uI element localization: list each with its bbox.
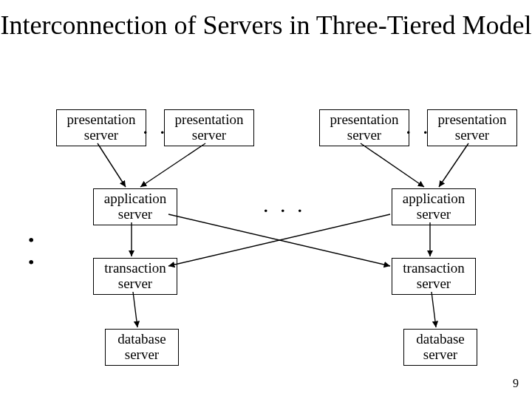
ellipsis-middle: . . .: [263, 194, 306, 216]
box-transaction-left: transaction server: [93, 258, 177, 295]
page-number: 9: [513, 377, 519, 390]
svg-line-6: [168, 214, 390, 266]
svg-line-9: [432, 292, 436, 327]
box-application-right: application server: [392, 188, 476, 225]
box-database-right: database server: [403, 329, 477, 366]
box-transaction-right: transaction server: [392, 258, 476, 295]
svg-line-7: [168, 214, 390, 266]
bullet-markers: ••: [28, 229, 34, 273]
slide: Interconnection of Servers in Three-Tier…: [0, 0, 532, 399]
box-presentation-1: presentation server: [56, 109, 146, 146]
box-presentation-4: presentation server: [427, 109, 517, 146]
box-presentation-3: presentation server: [319, 109, 409, 146]
box-database-left: database server: [105, 329, 179, 366]
slide-title: Interconnection of Servers in Three-Tier…: [0, 10, 532, 41]
ellipsis-top-right: . .: [406, 115, 432, 137]
svg-line-1: [140, 143, 205, 187]
svg-line-8: [133, 292, 137, 327]
ellipsis-top-left: . .: [143, 115, 168, 137]
box-application-left: application server: [93, 188, 177, 225]
box-presentation-2: presentation server: [164, 109, 254, 146]
svg-line-3: [439, 143, 468, 187]
svg-line-2: [361, 143, 424, 187]
svg-line-0: [98, 143, 126, 187]
